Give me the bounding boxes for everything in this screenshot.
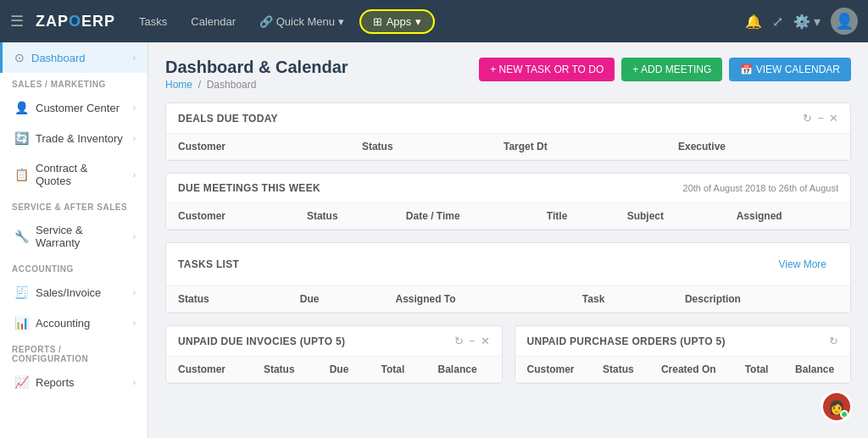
- chevron-icon: ›: [133, 170, 136, 180]
- col-due: Due: [288, 286, 384, 313]
- nav-tasks[interactable]: Tasks: [131, 10, 175, 33]
- topnav: ☰ ZAPOERP Tasks Calendar 🔗 Quick Menu ▾ …: [0, 0, 868, 42]
- deals-card: DEALS DUE TODAY ↻ − ✕ Customer Status Ta…: [165, 103, 851, 161]
- col-title: Title: [535, 203, 615, 230]
- chevron-icon: ›: [133, 134, 136, 143]
- col-description: Description: [673, 286, 850, 313]
- layout: ⊙ Dashboard › Sales / Marketing 👤 Custom…: [0, 42, 868, 438]
- deals-card-body: Customer Status Target Dt Executive: [166, 134, 850, 160]
- hamburger-icon[interactable]: ☰: [10, 12, 24, 30]
- col-executive: Executive: [666, 134, 850, 160]
- col-target-dt: Target Dt: [492, 134, 666, 160]
- new-task-button[interactable]: + NEW TASK OR TO DO: [479, 58, 615, 81]
- col-balance: Balance: [426, 357, 502, 383]
- page-header: Dashboard & Calendar Home / Dashboard + …: [165, 58, 851, 91]
- chevron-icon: ›: [133, 53, 136, 63]
- col-status: Status: [350, 134, 492, 160]
- sidebar-section-service: Service & After Sales: [0, 196, 147, 215]
- unpaid-orders-controls: ↻: [829, 335, 838, 347]
- col-total: Total: [370, 357, 426, 383]
- meetings-card: DUE MEETINGS THIS WEEK 20th of August 20…: [165, 173, 851, 230]
- contract-icon: 📋: [14, 168, 29, 181]
- chevron-icon: ›: [133, 319, 136, 328]
- sidebar-section-reports: Reports / Configuration: [0, 338, 147, 367]
- refresh-icon[interactable]: ↻: [454, 335, 464, 347]
- col-task: Task: [570, 286, 673, 313]
- col-customer: Customer: [515, 357, 592, 383]
- sidebar-item-reports[interactable]: 📈 Reports ›: [0, 367, 147, 397]
- deals-table: Customer Status Target Dt Executive: [166, 134, 850, 160]
- col-total: Total: [733, 357, 783, 383]
- page-title: Dashboard & Calendar: [165, 58, 348, 77]
- unpaid-orders-header: UNPAID PURCHASE ORDERS (UPTO 5) ↻: [515, 326, 851, 357]
- minimize-icon[interactable]: −: [469, 335, 476, 347]
- col-customer: Customer: [166, 357, 252, 383]
- sidebar: ⊙ Dashboard › Sales / Marketing 👤 Custom…: [0, 42, 148, 438]
- col-status: Status: [252, 357, 318, 383]
- view-more-link[interactable]: View More: [767, 252, 838, 277]
- expand-icon[interactable]: ⤢: [772, 14, 783, 30]
- col-balance: Balance: [783, 357, 850, 383]
- sidebar-item-trade-inventory[interactable]: 🔄 Trade & Inventory ›: [0, 123, 147, 153]
- chevron-icon: ›: [133, 378, 136, 387]
- app-logo: ZAPOERP: [36, 13, 115, 30]
- view-calendar-button[interactable]: 📅 VIEW CALENDAR: [729, 58, 851, 81]
- unpaid-invoices-title: UNPAID DUE INVOCIES (UPTO 5): [178, 335, 345, 347]
- floating-avatar[interactable]: 👩: [821, 391, 853, 423]
- meetings-card-title: DUE MEETINGS THIS WEEK: [178, 182, 320, 194]
- settings-icon[interactable]: ⚙️ ▾: [793, 14, 821, 30]
- dashboard-icon: ⊙: [14, 51, 25, 64]
- col-subject: Subject: [615, 203, 725, 230]
- col-datetime: Date / Time: [394, 203, 535, 230]
- col-status: Status: [166, 286, 288, 313]
- close-icon[interactable]: ✕: [829, 112, 838, 125]
- nav-quick-menu[interactable]: 🔗 Quick Menu ▾: [251, 10, 353, 33]
- meetings-date-range: 20th of August 2018 to 26th of August: [683, 183, 838, 193]
- sidebar-section-accounting: Accounting: [0, 258, 147, 277]
- add-meeting-button[interactable]: + ADD MEETING: [621, 58, 722, 81]
- service-icon: 🔧: [14, 230, 29, 243]
- user-avatar[interactable]: 👩: [821, 391, 853, 423]
- sidebar-item-sales-invoice[interactable]: 🧾 Sales/Invoice ›: [0, 277, 147, 308]
- unpaid-invoices-card: UNPAID DUE INVOCIES (UPTO 5) ↻ − ✕ Custo…: [165, 325, 503, 384]
- unpaid-orders-card: UNPAID PURCHASE ORDERS (UPTO 5) ↻ Custom…: [515, 325, 852, 384]
- chevron-icon: ›: [133, 232, 136, 241]
- invoice-icon: 🧾: [14, 286, 29, 299]
- breadcrumb: Home / Dashboard: [165, 79, 348, 91]
- header-actions: + NEW TASK OR TO DO + ADD MEETING 📅 VIEW…: [479, 58, 851, 81]
- col-status: Status: [591, 357, 649, 383]
- deals-card-title: DEALS DUE TODAY: [178, 113, 278, 125]
- avatar[interactable]: 👤: [831, 8, 858, 35]
- sidebar-section-sales: Sales / Marketing: [0, 73, 147, 92]
- sidebar-item-accounting[interactable]: 📊 Accounting ›: [0, 308, 147, 338]
- unpaid-orders-title: UNPAID PURCHASE ORDERS (UPTO 5): [527, 335, 726, 347]
- close-icon[interactable]: ✕: [481, 335, 490, 347]
- col-created-on: Created On: [649, 357, 733, 383]
- breadcrumb-home[interactable]: Home: [165, 79, 192, 91]
- tasks-card: TASKS LIST View More Status Due Assigned…: [165, 242, 851, 313]
- minimize-icon[interactable]: −: [817, 112, 824, 125]
- unpaid-orders-body: Customer Status Created On Total Balance: [515, 357, 851, 383]
- trade-icon: 🔄: [14, 131, 29, 145]
- meetings-table: Customer Status Date / Time Title Subjec…: [166, 203, 850, 230]
- col-status: Status: [295, 203, 394, 230]
- page-title-block: Dashboard & Calendar Home / Dashboard: [165, 58, 348, 91]
- tasks-card-body: Status Due Assigned To Task Description: [166, 286, 850, 313]
- nav-calendar[interactable]: Calendar: [182, 10, 244, 33]
- refresh-icon[interactable]: ↻: [829, 335, 838, 347]
- unpaid-invoices-body: Customer Status Due Total Balance: [166, 357, 502, 383]
- chevron-icon: ›: [133, 288, 136, 297]
- sidebar-item-service-warranty[interactable]: 🔧 Service & Warranty ›: [0, 215, 147, 258]
- bottom-two-col: UNPAID DUE INVOCIES (UPTO 5) ↻ − ✕ Custo…: [165, 325, 851, 396]
- sidebar-item-contract-quotes[interactable]: 📋 Contract & Quotes ›: [0, 153, 147, 196]
- chevron-icon: ›: [133, 103, 136, 113]
- sidebar-item-customer-center[interactable]: 👤 Customer Center ›: [0, 92, 147, 123]
- sidebar-item-dashboard[interactable]: ⊙ Dashboard ›: [0, 42, 147, 73]
- meetings-card-header: DUE MEETINGS THIS WEEK 20th of August 20…: [166, 174, 850, 203]
- tasks-card-title: TASKS LIST: [178, 258, 239, 270]
- notification-icon[interactable]: 🔔: [745, 14, 762, 30]
- refresh-icon[interactable]: ↻: [803, 112, 812, 125]
- unpaid-orders-table: Customer Status Created On Total Balance: [515, 357, 851, 383]
- online-status-dot: [840, 410, 849, 419]
- nav-apps[interactable]: ⊞ Apps ▾: [359, 9, 436, 34]
